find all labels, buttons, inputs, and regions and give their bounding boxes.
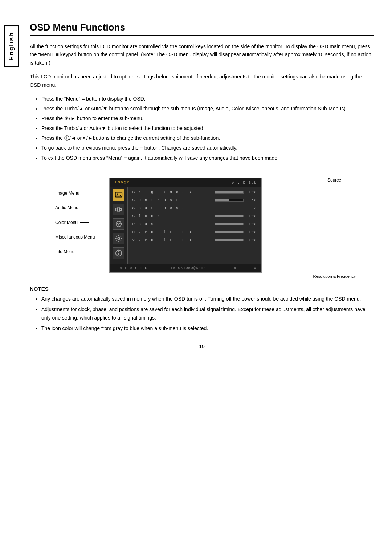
brightness-value: 100 [246, 190, 257, 194]
bullet-item-5: Press the ⓘ/◄ or☀/►buttons to change the… [41, 134, 374, 142]
bullet-item-2: Press the Turbo/▲ or Auto/▼ button to sc… [41, 105, 374, 113]
page-number: 10 [30, 343, 374, 349]
bullet-item-1: Press the “Menu” ≡ button to display the… [41, 95, 374, 103]
hposition-bar-fill [215, 231, 243, 233]
clock-bar [215, 215, 244, 217]
osd-diagram-container: Source Image Menu Audio Menu Color Menu [30, 178, 374, 278]
image-menu-label-row: Image Menu [55, 191, 106, 196]
misc-menu-line [97, 237, 106, 237]
image-menu-line [82, 193, 90, 193]
audio-menu-label-row: Audio Menu [55, 205, 106, 210]
osd-footer-right: E x i t : ≡ [229, 266, 257, 270]
sharpness-bar-area: 3 [246, 206, 257, 210]
contrast-value: 50 [246, 198, 257, 202]
svg-point-5 [116, 221, 122, 227]
audio-icon [113, 204, 124, 215]
contrast-bar [215, 199, 244, 202]
page-title: OSD Menu Functions [30, 22, 374, 36]
bullet-item-4: Press the Turbo/▲or Auto/▼ button to sel… [41, 124, 374, 133]
phase-bar [215, 223, 244, 225]
notes-list: Any changes are automatically saved in m… [41, 295, 374, 333]
source-line [330, 183, 330, 193]
source-label: Source [327, 178, 341, 183]
phase-value: 100 [246, 222, 257, 226]
info-menu-label: Info Menu [55, 249, 74, 254]
color-icon [113, 218, 124, 230]
hposition-value: 100 [246, 230, 257, 234]
main-content: OSD Menu Functions All the function sett… [23, 22, 392, 527]
res-freq-label: Resolution & Frequency [30, 274, 356, 278]
osd-header: Image ⇄ : D-Sub [110, 178, 261, 187]
clock-value: 100 [246, 214, 257, 218]
note-item-3: The icon color will change from gray to … [41, 324, 374, 333]
osd-icons-column [110, 187, 128, 264]
info-menu-label-row: Info Menu [55, 249, 106, 254]
note-item-1: Any changes are automatically saved in m… [41, 295, 374, 303]
vposition-bar-area: 100 [215, 238, 257, 242]
notes-title: NOTES [30, 286, 374, 292]
svg-rect-4 [120, 208, 122, 211]
vposition-value: 100 [246, 238, 257, 242]
color-menu-label: Color Menu [55, 220, 78, 225]
vposition-label: V . P o s i t i o n [132, 238, 191, 242]
osd-body: B r i g h t n e s s 100 C o n t r a s t [110, 187, 261, 264]
note-item-2: Adjustments for clock, phase, and positi… [41, 305, 374, 322]
brightness-bar [215, 191, 244, 194]
osd-footer: E n t e r : ► 1680×1050@60Hz E x i t : ≡ [110, 264, 261, 272]
phase-bar-fill [215, 223, 243, 225]
phase-label: P h a s e [132, 222, 176, 226]
contrast-bar-fill [215, 199, 229, 201]
osd-menu-items: B r i g h t n e s s 100 C o n t r a s t [128, 187, 261, 264]
osd-footer-left: E n t e r : ► [114, 266, 147, 270]
info-menu-line [77, 252, 85, 252]
image-icon [113, 189, 124, 201]
osd-header-right: ⇄ : D-Sub [232, 180, 257, 185]
bullet-item-3: Press the ☀/► button to enter the sub-me… [41, 114, 374, 123]
svg-point-9 [118, 237, 120, 240]
svg-point-7 [119, 223, 121, 224]
color-menu-line [80, 222, 89, 223]
osd-vposition-row: V . P o s i t i o n 100 [132, 238, 257, 242]
audio-menu-label: Audio Menu [55, 205, 78, 210]
vposition-bar-fill [215, 239, 243, 241]
image-menu-label: Image Menu [55, 191, 79, 196]
hposition-label: H . P o s i t i o n [132, 230, 191, 234]
misc-icon [113, 233, 124, 244]
svg-rect-3 [118, 207, 120, 212]
sidebar: English [0, 22, 23, 527]
osd-header-left: Image [114, 180, 130, 185]
menu-labels-column: Image Menu Audio Menu Color Menu Miscell… [55, 178, 106, 273]
notes-section: NOTES Any changes are automatically save… [30, 286, 374, 333]
source-line-horiz [283, 193, 330, 193]
sharpness-value: 3 [246, 206, 257, 210]
phase-bar-area: 100 [215, 222, 257, 226]
misc-menu-label-row: Miscellaneous Menu [55, 235, 106, 240]
contrast-label: C o n t r a s t [132, 198, 179, 202]
clock-bar-fill [215, 215, 243, 217]
bullet-item-6: To go back to the previous menu, press t… [41, 144, 374, 152]
audio-menu-line [81, 208, 89, 208]
hposition-bar [215, 231, 244, 233]
svg-rect-2 [116, 208, 118, 211]
color-menu-label-row: Color Menu [55, 220, 106, 225]
clock-label: C l o c k [132, 214, 176, 218]
hposition-bar-area: 100 [215, 230, 257, 234]
svg-point-1 [117, 193, 118, 195]
intro-paragraph-2: This LCD monitor has been adjusted to op… [30, 73, 374, 89]
vposition-bar [215, 239, 244, 241]
svg-point-6 [117, 223, 119, 224]
misc-menu-label: Miscellaneous Menu [55, 235, 95, 240]
bullet-item-7: To exit the OSD menu press “Menu” ≡ agai… [41, 154, 374, 162]
brightness-label: B r i g h t n e s s [132, 190, 191, 194]
contrast-bar-area: 50 [215, 198, 257, 202]
sidebar-language-label: English [4, 25, 19, 67]
osd-contrast-row: C o n t r a s t 50 [132, 198, 257, 202]
osd-clock-row: C l o c k 100 [132, 214, 257, 218]
feature-bullet-list: Press the “Menu” ≡ button to display the… [41, 95, 374, 162]
intro-paragraph-1: All the function settings for this LCD m… [30, 42, 374, 67]
osd-res-freq: 1680×1050@60Hz [170, 266, 206, 270]
svg-point-8 [118, 224, 120, 226]
osd-diagram: Image Menu Audio Menu Color Menu Miscell… [55, 178, 374, 273]
osd-screen: Image ⇄ : D-Sub [109, 178, 262, 273]
osd-phase-row: P h a s e 100 [132, 222, 257, 226]
